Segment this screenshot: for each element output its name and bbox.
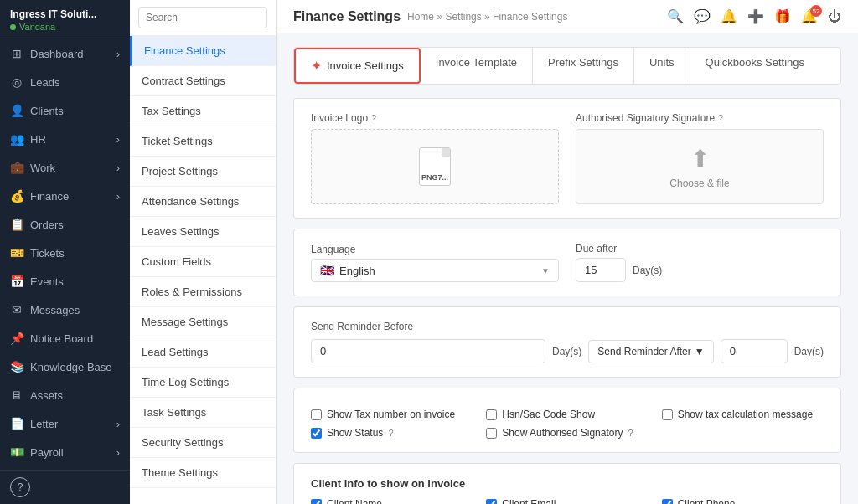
tab-units[interactable]: Units [634, 48, 690, 84]
show-tax-calc-input[interactable] [662, 409, 673, 420]
search-icon[interactable]: 🔍 [667, 8, 684, 24]
checkbox-section: Show Tax number on invoice Hsn/Sac Code … [293, 388, 841, 453]
sidebar-item-dashboard[interactable]: ⊞ Dashboard › [0, 39, 130, 68]
due-after-label: Due after [576, 243, 824, 255]
sidebar-item-leads[interactable]: ◎ Leads [0, 68, 130, 96]
png-file-icon: PNG7... [419, 147, 451, 186]
subnav-item-time-log-settings[interactable]: Time Log Settings [130, 368, 276, 398]
subnav-item-custom-fields[interactable]: Custom Fields [130, 247, 276, 277]
power-icon[interactable]: ⏻ [828, 9, 841, 24]
send-reminder-after-label: Send Reminder After [597, 346, 690, 357]
reminder-before-input[interactable] [311, 339, 545, 363]
invoice-logo-help-icon[interactable]: ? [371, 113, 376, 123]
logo-signature-section: Invoice Logo ? PNG7... Authorised Signat… [293, 98, 841, 219]
sidebar-label-orders: Orders [30, 219, 64, 231]
checkbox-show-authorised[interactable]: Show Authorised Signatory ? [486, 427, 648, 439]
client-phone-input[interactable] [662, 499, 673, 505]
orders-icon: 📋 [10, 218, 23, 231]
show-tax-calc-label: Show tax calculation message [678, 409, 813, 420]
sidebar-item-notice-board[interactable]: 📌 Notice Board [0, 324, 130, 352]
subnav-item-tax-settings[interactable]: Tax Settings [130, 96, 276, 126]
subnav-item-leaves-settings[interactable]: Leaves Settings [130, 217, 276, 247]
plus-icon[interactable]: ➕ [747, 8, 764, 24]
reminder-after-day-label: Day(s) [794, 346, 824, 357]
sidebar-label-notice-board: Notice Board [30, 332, 93, 345]
due-after-input[interactable] [576, 258, 626, 282]
subnav-item-message-settings[interactable]: Message Settings [130, 307, 276, 337]
signature-upload-area[interactable]: ⬆ Choose & file [576, 129, 824, 204]
search-input[interactable] [138, 7, 267, 28]
show-authorised-help-icon[interactable]: ? [628, 428, 633, 438]
payroll-icon: 💵 [10, 445, 23, 459]
sidebar-item-orders[interactable]: 📋 Orders [0, 210, 130, 239]
due-after-day-label: Day(s) [633, 265, 662, 276]
tab-quickbooks-settings[interactable]: Quickbooks Settings [690, 48, 820, 84]
sidebar-item-payroll[interactable]: 💵 Payroll › [0, 438, 130, 466]
hsn-sac-input[interactable] [486, 409, 497, 420]
send-reminder-after-button[interactable]: Send Reminder After ▼ [588, 340, 713, 363]
sidebar-item-clients[interactable]: 👤 Clients [0, 96, 130, 125]
help-button[interactable]: ? [10, 477, 30, 497]
invoice-settings-icon: ✦ [311, 58, 322, 74]
checkbox-show-status[interactable]: Show Status ? [311, 427, 473, 439]
notification-icon[interactable]: 🔔 52 [801, 8, 818, 24]
sidebar-item-assets[interactable]: 🖥 Assets [0, 381, 130, 409]
sidebar-item-work[interactable]: 💼 Work › [0, 153, 130, 182]
tab-invoice-settings[interactable]: ✦ Invoice Settings [294, 48, 421, 84]
chevron-right-icon-payroll: › [116, 446, 120, 459]
authorised-signatory-help-icon[interactable]: ? [718, 113, 723, 123]
client-checkbox-grid: Client Name Client Email Client Phone Co… [311, 498, 824, 504]
logo-upload-area[interactable]: PNG7... [311, 129, 559, 204]
tab-prefix-settings[interactable]: Prefix Settings [533, 48, 634, 84]
show-status-input[interactable] [311, 428, 322, 439]
checkbox-show-tax-number[interactable]: Show Tax number on invoice [311, 409, 473, 420]
sidebar-item-knowledge-base[interactable]: 📚 Knowledge Base [0, 352, 130, 381]
subnav-item-finance-settings[interactable]: Finance Settings [130, 36, 276, 66]
due-after-group: Due after Day(s) [576, 243, 824, 282]
subnav-item-attendance-settings[interactable]: Attendance Settings [130, 187, 276, 217]
sidebar-item-tickets[interactable]: 🎫 Tickets [0, 239, 130, 267]
gift-icon[interactable]: 🎁 [774, 8, 791, 24]
topbar: Finance Settings Home » Settings » Finan… [277, 0, 858, 33]
tab-invoice-template[interactable]: Invoice Template [421, 48, 533, 84]
sidebar-item-finance[interactable]: 💰 Finance › [0, 182, 130, 210]
sidebar-item-letter[interactable]: 📄 Letter › [0, 409, 130, 438]
language-dropdown-arrow: ▼ [541, 266, 550, 275]
sidebar-item-hr[interactable]: 👥 HR › [0, 125, 130, 153]
show-status-label: Show Status [327, 427, 383, 439]
sidebar-label-payroll: Payroll [30, 446, 64, 459]
sidebar-item-events[interactable]: 📅 Events [0, 267, 130, 296]
show-status-help-icon[interactable]: ? [388, 428, 393, 438]
hsn-sac-label: Hsn/Sac Code Show [502, 409, 595, 420]
checkbox-client-name[interactable]: Client Name [311, 498, 473, 504]
alert-icon[interactable]: 🔔 [721, 8, 737, 24]
subnav-item-project-settings[interactable]: Project Settings [130, 157, 276, 187]
client-info-title: Client info to show on invoice [311, 477, 824, 490]
language-select[interactable]: 🇬🇧 English ▼ [311, 259, 559, 282]
checkbox-show-tax-calc[interactable]: Show tax calculation message [662, 409, 824, 420]
reminder-after-input[interactable] [721, 339, 788, 363]
subnav-item-theme-settings[interactable]: Theme Settings [130, 458, 276, 488]
sidebar-item-messages[interactable]: ✉ Messages [0, 296, 130, 324]
subnav-item-ticket-settings[interactable]: Ticket Settings [130, 126, 276, 157]
choose-file-text: Choose & file [669, 177, 729, 189]
user-status-dot [10, 24, 16, 30]
checkbox-hsn-sac[interactable]: Hsn/Sac Code Show [486, 409, 648, 420]
show-tax-number-input[interactable] [311, 409, 322, 420]
chat-icon[interactable]: 💬 [694, 8, 711, 24]
subnav-item-roles-permissions[interactable]: Roles & Permissions [130, 277, 276, 307]
checkbox-client-phone[interactable]: Client Phone [662, 498, 824, 504]
sidebar-label-messages: Messages [30, 304, 80, 316]
clients-icon: 👤 [10, 104, 23, 117]
notice-board-icon: 📌 [10, 332, 23, 345]
show-authorised-input[interactable] [486, 428, 497, 439]
chevron-right-icon-hr: › [116, 133, 120, 146]
client-email-input[interactable] [486, 499, 497, 505]
client-name-input[interactable] [311, 499, 322, 505]
checkbox-client-email[interactable]: Client Email [486, 498, 648, 504]
chevron-right-icon-finance: › [116, 190, 120, 203]
subnav-item-lead-settings[interactable]: Lead Settings [130, 337, 276, 368]
subnav-item-contract-settings[interactable]: Contract Settings [130, 66, 276, 96]
subnav-item-security-settings[interactable]: Security Settings [130, 428, 276, 458]
subnav-item-task-settings[interactable]: Task Settings [130, 398, 276, 428]
